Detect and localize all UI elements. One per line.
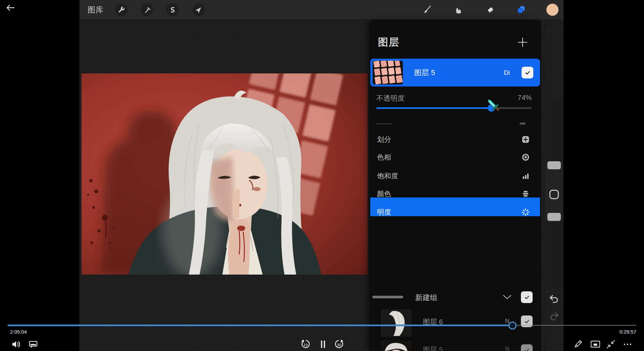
wrench-icon (118, 6, 125, 13)
timeline-playhead[interactable] (508, 321, 517, 330)
size-slider-handle[interactable] (547, 161, 561, 169)
blend-label: 色相 (377, 148, 391, 166)
pencil-icon (573, 339, 583, 349)
clipped-blend-row-text (376, 123, 392, 125)
hue-icon (521, 153, 530, 162)
layer-visibility-checkbox[interactable] (521, 344, 533, 351)
volume-button[interactable] (10, 339, 22, 350)
brush-button[interactable] (421, 3, 433, 16)
more-options-button[interactable] (622, 339, 633, 350)
mini-player-button[interactable] (590, 339, 601, 350)
transform-button[interactable] (193, 3, 205, 16)
check-icon (524, 294, 530, 301)
annotate-button[interactable] (572, 339, 584, 350)
add-layer-button[interactable] (517, 37, 528, 48)
plus-icon (517, 37, 528, 48)
chat-bubble-icon (29, 340, 38, 349)
layer-row-selected[interactable]: 图层 5 Di (370, 59, 540, 86)
blend-mode-luminosity[interactable]: 明度 (370, 203, 540, 221)
forward-30-button[interactable]: 30 (333, 339, 345, 350)
gallery-button[interactable]: 图库 (88, 0, 104, 20)
current-time: 2:05:04 (10, 329, 27, 335)
opacity-slider-track[interactable] (545, 222, 563, 288)
transform-arrow-icon (195, 6, 203, 13)
svg-text:30: 30 (337, 343, 341, 347)
sidebar-opacity-handle[interactable] (547, 213, 561, 221)
sword-cursor (486, 98, 502, 114)
color-icon (521, 189, 530, 198)
actions-button[interactable] (115, 3, 128, 16)
group-visibility-checkbox[interactable] (521, 291, 533, 303)
clipped-blend-row-icon (520, 122, 526, 125)
opacity-slider[interactable] (376, 107, 532, 109)
rewind-10-button[interactable]: 10 (300, 339, 311, 350)
undo-icon (548, 294, 560, 304)
smudge-finger-icon (454, 5, 463, 14)
undo-button[interactable] (548, 294, 560, 304)
blend-mode-abbr[interactable]: Di (504, 59, 510, 86)
layer-name: 图层 5 (414, 59, 435, 86)
redo-button[interactable] (548, 312, 560, 321)
group-name: 新建组 (415, 293, 437, 303)
speaker-icon (11, 340, 21, 349)
opacity-slider-fill (376, 107, 491, 109)
timeline-fill (8, 325, 513, 326)
layers-icon (517, 5, 526, 14)
blend-label: 划分 (377, 130, 391, 149)
back-button[interactable] (5, 3, 16, 13)
blend-mode-saturation[interactable]: 饱和度 (370, 167, 540, 185)
blend-mode-hue[interactable]: 色相 (370, 148, 540, 166)
video-player: 图库 (0, 0, 644, 351)
blend-label: 饱和度 (377, 167, 398, 185)
blend-label: 颜色 (377, 185, 391, 203)
divide-icon (521, 135, 530, 144)
check-icon (524, 347, 530, 351)
selection-button[interactable] (166, 3, 179, 16)
blend-mode-color[interactable]: 颜色 (370, 185, 540, 203)
opacity-label: 不透明度 (376, 94, 405, 103)
magic-wand-icon (143, 6, 151, 13)
layer-name: 图层 5 (423, 345, 443, 351)
exit-fullscreen-button[interactable] (605, 339, 616, 350)
blend-mode-divide[interactable]: 划分 (370, 130, 540, 149)
back-arrow-icon (5, 3, 15, 12)
layer-thumbnail (381, 340, 412, 351)
group-thumbnail-bar (372, 296, 403, 298)
layers-button[interactable] (515, 3, 528, 16)
pause-icon (319, 339, 327, 349)
layers-panel-title: 图层 (378, 36, 399, 49)
saturation-icon (521, 172, 530, 180)
size-slider-track[interactable] (545, 99, 563, 162)
layers-panel: 图层 图层 5 (370, 20, 541, 351)
remaining-time: 0:29:57 (620, 329, 636, 335)
timeline[interactable] (8, 323, 636, 328)
subtitle-danmaku-button[interactable] (28, 339, 39, 350)
pause-button[interactable] (317, 339, 329, 350)
timeline-rest (513, 325, 636, 326)
blend-mode-abbr[interactable]: N (505, 346, 509, 351)
color-swatch-button[interactable] (546, 4, 558, 16)
canvas-artwork[interactable] (82, 73, 368, 275)
chevron-down-icon[interactable] (502, 294, 512, 300)
selection-s-icon (169, 6, 176, 13)
pip-icon (590, 340, 600, 349)
eraser-icon (486, 5, 495, 14)
luminosity-icon (521, 208, 530, 217)
layer-thumbnail (373, 61, 403, 84)
adjustments-button[interactable] (141, 3, 153, 16)
top-toolbar: 图库 (79, 0, 564, 20)
brush-sidebar (545, 99, 563, 288)
blend-label: 明度 (377, 203, 391, 221)
smudge-button[interactable] (452, 3, 465, 16)
ellipsis-icon (623, 340, 633, 349)
shrink-icon (606, 340, 615, 349)
procreate-app-view: 图库 (79, 0, 564, 351)
forward-30-icon: 30 (334, 339, 344, 350)
opacity-value: 74% (518, 94, 532, 102)
brush-icon (423, 5, 431, 14)
modify-button[interactable] (549, 190, 559, 199)
eraser-button[interactable] (484, 3, 497, 16)
layer-visibility-checkbox[interactable] (522, 67, 533, 78)
redo-icon (548, 312, 560, 321)
check-icon (524, 69, 531, 76)
